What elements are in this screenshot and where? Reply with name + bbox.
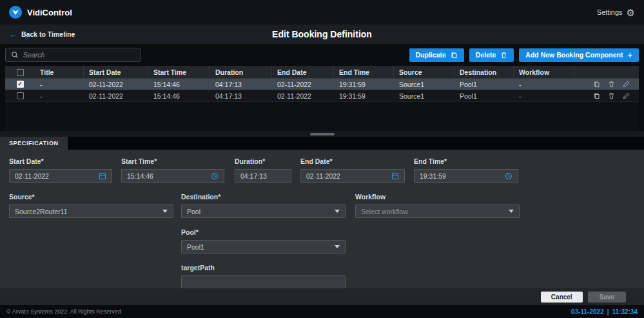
column-header-duration[interactable]: Duration bbox=[210, 66, 272, 79]
delete-button[interactable]: Delete bbox=[469, 48, 514, 62]
select-all-checkbox[interactable]: ✓ bbox=[17, 69, 24, 76]
cell-source: Source1 bbox=[394, 81, 454, 88]
cell-title: - bbox=[35, 81, 84, 88]
start-time-value: 15:14:46 bbox=[127, 172, 153, 180]
source-dropdown[interactable]: Source2Router11 bbox=[9, 204, 173, 218]
tab-specification[interactable]: SPECIFICATION bbox=[0, 137, 68, 150]
table-row[interactable]: ✓ - 02-11-2022 15:14:46 04:17:13 02-11-2… bbox=[5, 79, 639, 90]
trash-icon[interactable] bbox=[608, 81, 615, 88]
splitter-drag-handle[interactable] bbox=[310, 133, 335, 135]
cell-workflow: - bbox=[514, 92, 575, 100]
duplicate-button[interactable]: Duplicate bbox=[409, 48, 464, 62]
end-time-label: End Time* bbox=[414, 157, 518, 165]
chevron-down-icon bbox=[509, 210, 514, 213]
column-header-source[interactable]: Source bbox=[394, 66, 454, 79]
footer-date: 03-11-2022 bbox=[571, 308, 604, 315]
cell-duration: 04:17:13 bbox=[210, 92, 272, 100]
panel-splitter bbox=[0, 131, 644, 137]
pool-value: Pool1 bbox=[187, 243, 204, 251]
settings-label: Settings bbox=[597, 8, 623, 16]
column-header-start-date[interactable]: Start Date bbox=[84, 66, 148, 79]
brand: VidiControl bbox=[9, 6, 72, 19]
app-window: VidiControl Settings ⚙ Edit Booking Defi… bbox=[0, 0, 644, 318]
target-path-input[interactable] bbox=[181, 275, 346, 288]
copy-icon[interactable] bbox=[593, 81, 600, 88]
datetime-stamp: 03-11-2022 | 11:32:34 bbox=[571, 308, 638, 315]
destination-dropdown[interactable]: Pool bbox=[181, 204, 346, 218]
row-checkbox[interactable]: ✓ bbox=[17, 92, 24, 99]
column-header-end-time[interactable]: End Time bbox=[334, 66, 394, 79]
cell-start-time: 15:14:46 bbox=[148, 81, 210, 88]
add-label: Add New Booking Component bbox=[525, 51, 623, 59]
cell-start-date: 02-11-2022 bbox=[84, 81, 148, 88]
end-date-field[interactable]: 02-11-2022 bbox=[300, 169, 405, 183]
gear-icon: ⚙ bbox=[627, 8, 635, 17]
column-header-workflow[interactable]: Workflow bbox=[514, 66, 575, 79]
cell-source: Source1 bbox=[394, 92, 454, 100]
cell-duration: 04:17:13 bbox=[210, 81, 272, 88]
cell-end-date: 02-11-2022 bbox=[272, 92, 334, 100]
footer-separator: | bbox=[607, 308, 609, 315]
cancel-button[interactable]: Cancel bbox=[541, 292, 583, 303]
workflow-dropdown[interactable]: Select workflow bbox=[355, 204, 520, 218]
cell-title: - bbox=[35, 92, 84, 100]
copy-icon[interactable] bbox=[593, 92, 600, 99]
destination-value: Pool bbox=[187, 208, 200, 215]
plus-icon: + bbox=[627, 51, 632, 59]
check-icon: ✓ bbox=[17, 81, 23, 87]
trash-icon bbox=[500, 52, 507, 59]
page-title: Edit Booking Definition bbox=[0, 29, 644, 39]
source-value: Source2Router11 bbox=[15, 208, 68, 215]
settings-button[interactable]: Settings ⚙ bbox=[597, 8, 635, 17]
source-label: Source* bbox=[9, 193, 173, 201]
start-date-label: Start Date* bbox=[9, 157, 112, 165]
pool-label: Pool* bbox=[181, 228, 346, 236]
column-header-end-date[interactable]: End Date bbox=[272, 66, 334, 79]
start-date-value: 02-11-2022 bbox=[15, 172, 49, 180]
tab-bar: SPECIFICATION bbox=[0, 137, 644, 150]
cell-end-time: 19:31:59 bbox=[334, 92, 394, 100]
column-header-title[interactable]: Title bbox=[35, 66, 84, 79]
cell-end-date: 02-11-2022 bbox=[272, 81, 334, 88]
end-date-value: 02-11-2022 bbox=[306, 172, 340, 180]
duration-value: 04:17:13 bbox=[240, 172, 267, 180]
cell-destination: Pool1 bbox=[454, 81, 514, 88]
search-box[interactable] bbox=[5, 48, 141, 62]
destination-label: Destination* bbox=[181, 193, 346, 201]
column-header-start-time[interactable]: Start Time bbox=[148, 66, 210, 79]
table-row[interactable]: ✓ - 02-11-2022 15:14:46 04:17:13 02-11-2… bbox=[5, 90, 639, 102]
cell-workflow: - bbox=[514, 81, 575, 88]
cell-start-time: 15:14:46 bbox=[148, 92, 210, 100]
workflow-value: Select workflow bbox=[361, 208, 408, 215]
column-header-destination[interactable]: Destination bbox=[454, 66, 514, 79]
target-path-label: targetPath bbox=[181, 264, 346, 272]
clock-icon[interactable] bbox=[505, 172, 512, 180]
column-header-actions bbox=[575, 66, 639, 79]
edit-icon[interactable] bbox=[623, 81, 630, 88]
pool-dropdown[interactable]: Pool1 bbox=[181, 240, 346, 253]
save-button[interactable]: Save bbox=[588, 292, 626, 303]
row-checkbox[interactable]: ✓ bbox=[17, 81, 24, 88]
calendar-icon[interactable] bbox=[99, 172, 106, 180]
duration-field[interactable]: 04:17:13 bbox=[235, 169, 291, 183]
cell-end-time: 19:31:59 bbox=[334, 81, 394, 88]
search-input[interactable] bbox=[23, 51, 135, 59]
end-time-value: 19:31:59 bbox=[420, 172, 446, 180]
end-time-field[interactable]: 19:31:59 bbox=[414, 169, 518, 183]
duplicate-label: Duplicate bbox=[416, 51, 446, 59]
vidicontrol-logo-icon bbox=[9, 6, 22, 19]
delete-label: Delete bbox=[476, 51, 496, 59]
clock-icon[interactable] bbox=[211, 172, 219, 180]
trash-icon[interactable] bbox=[608, 92, 615, 99]
start-time-field[interactable]: 15:14:46 bbox=[121, 169, 224, 183]
footer: © Arvato Systems 2022. All Rights Reserv… bbox=[0, 305, 644, 318]
edit-icon[interactable] bbox=[623, 92, 630, 99]
add-new-booking-component-button[interactable]: Add New Booking Component + bbox=[519, 48, 639, 62]
toolbar-buttons: Duplicate Delete Add New Booking Compone… bbox=[409, 48, 639, 62]
specification-form: Start Date* 02-11-2022 Start Time* 15:14… bbox=[0, 150, 644, 288]
back-to-timeline-link[interactable]: ← Back to Timeline bbox=[9, 30, 75, 39]
bookings-table: ✓ Title Start Date Start Time Duration E… bbox=[0, 66, 644, 131]
start-time-label: Start Time* bbox=[121, 157, 224, 165]
start-date-field[interactable]: 02-11-2022 bbox=[9, 169, 112, 183]
calendar-icon[interactable] bbox=[391, 172, 399, 180]
